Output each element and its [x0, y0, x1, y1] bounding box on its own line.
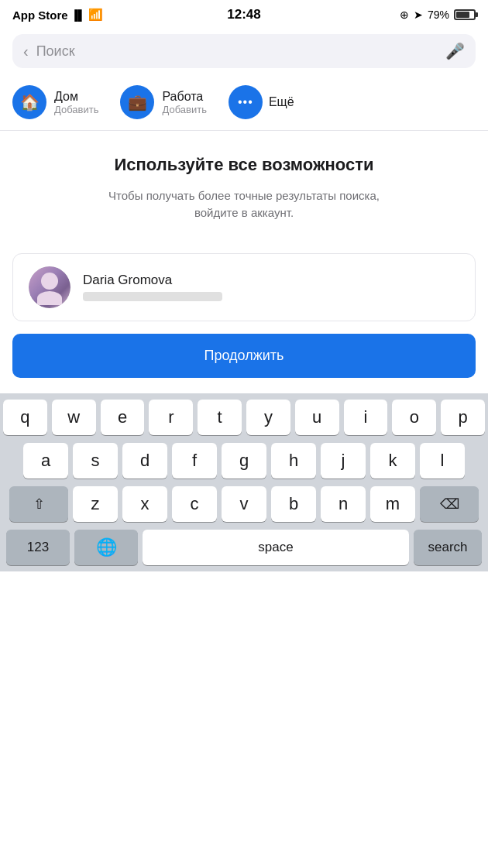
key-y[interactable]: y [246, 400, 290, 435]
keyboard: q w e r t y u i o p a s d f g h j k l ⇧ … [0, 393, 488, 571]
key-s[interactable]: s [73, 443, 118, 479]
space-key[interactable]: space [143, 530, 409, 565]
key-f[interactable]: f [172, 443, 217, 479]
continue-button[interactable]: Продолжить [12, 334, 476, 378]
key-u[interactable]: u [295, 400, 339, 435]
home-sub: Добавить [54, 104, 98, 115]
key-o[interactable]: o [392, 400, 436, 435]
search-placeholder: Поиск [36, 43, 438, 60]
delete-key[interactable]: ⌫ [420, 486, 479, 522]
location-icon: ➤ [414, 9, 423, 21]
more-label: Ещё [269, 95, 294, 109]
key-e[interactable]: e [101, 400, 145, 435]
key-c[interactable]: c [172, 486, 217, 522]
home-icon: 🏠 [12, 85, 46, 119]
search-bar[interactable]: ‹ Поиск 🎤 [12, 34, 476, 68]
target-icon: ⊕ [400, 9, 409, 21]
key-t[interactable]: t [198, 400, 242, 435]
key-z[interactable]: z [73, 486, 118, 522]
key-a[interactable]: a [23, 443, 68, 479]
avatar-image [29, 266, 70, 308]
more-icon: ••• [229, 85, 263, 119]
work-sub: Добавить [162, 104, 206, 115]
key-v[interactable]: v [222, 486, 266, 522]
account-card: Daria Gromova [12, 253, 476, 321]
battery-percent: 79% [428, 9, 449, 21]
account-name: Daria Gromova [83, 273, 459, 288]
home-label: Дом [54, 90, 98, 104]
search-bar-container: ‹ Поиск 🎤 [0, 28, 488, 77]
key-m[interactable]: m [370, 486, 415, 522]
quick-access-row: 🏠 Дом Добавить 💼 Работа Добавить ••• Ещё [0, 77, 488, 131]
search-key[interactable]: search [414, 530, 482, 565]
quick-item-more[interactable]: ••• Ещё [229, 85, 294, 119]
carrier-text: App Store [12, 9, 68, 22]
account-email-masked [83, 292, 222, 301]
battery-fill [456, 12, 469, 18]
promo-title: Используйте все возможности [19, 154, 469, 177]
work-icon: 💼 [120, 85, 154, 119]
key-r[interactable]: r [149, 400, 193, 435]
continue-button-wrap: Продолжить [12, 334, 476, 378]
key-w[interactable]: w [52, 400, 96, 435]
key-n[interactable]: n [321, 486, 366, 522]
battery-icon [454, 9, 476, 20]
status-carrier: App Store ▐▌ 📶 [12, 8, 103, 22]
key-x[interactable]: x [122, 486, 167, 522]
quick-item-home[interactable]: 🏠 Дом Добавить [12, 85, 98, 119]
key-d[interactable]: d [122, 443, 167, 479]
microphone-icon[interactable]: 🎤 [445, 42, 465, 60]
quick-item-work[interactable]: 💼 Работа Добавить [120, 85, 206, 119]
keyboard-bottom-row: 123 🌐 space search [3, 530, 485, 571]
wifi-icon: 📶 [88, 8, 103, 22]
promo-section: Используйте все возможности Чтобы получа… [0, 131, 488, 238]
key-h[interactable]: h [271, 443, 316, 479]
keyboard-row-1: q w e r t y u i o p [3, 400, 485, 435]
avatar [29, 266, 70, 308]
key-j[interactable]: j [321, 443, 366, 479]
key-g[interactable]: g [222, 443, 266, 479]
key-l[interactable]: l [420, 443, 465, 479]
status-bar: App Store ▐▌ 📶 12:48 ⊕ ➤ 79% [0, 0, 488, 28]
key-k[interactable]: k [370, 443, 415, 479]
globe-key[interactable]: 🌐 [74, 530, 138, 565]
key-p[interactable]: p [441, 400, 485, 435]
status-time: 12:48 [227, 7, 260, 22]
key-q[interactable]: q [3, 400, 47, 435]
signal-icon: ▐▌ [71, 9, 85, 21]
keyboard-row-2: a s d f g h j k l [3, 443, 485, 479]
status-right: ⊕ ➤ 79% [400, 9, 476, 21]
shift-key[interactable]: ⇧ [9, 486, 68, 522]
keyboard-row-3: ⇧ z x c v b n m ⌫ [3, 486, 485, 522]
work-label: Работа [162, 90, 206, 104]
key-i[interactable]: i [344, 400, 388, 435]
promo-subtitle: Чтобы получать более точные результаты п… [19, 187, 469, 222]
numbers-key[interactable]: 123 [6, 530, 70, 565]
key-b[interactable]: b [271, 486, 316, 522]
back-button[interactable]: ‹ [23, 43, 29, 60]
